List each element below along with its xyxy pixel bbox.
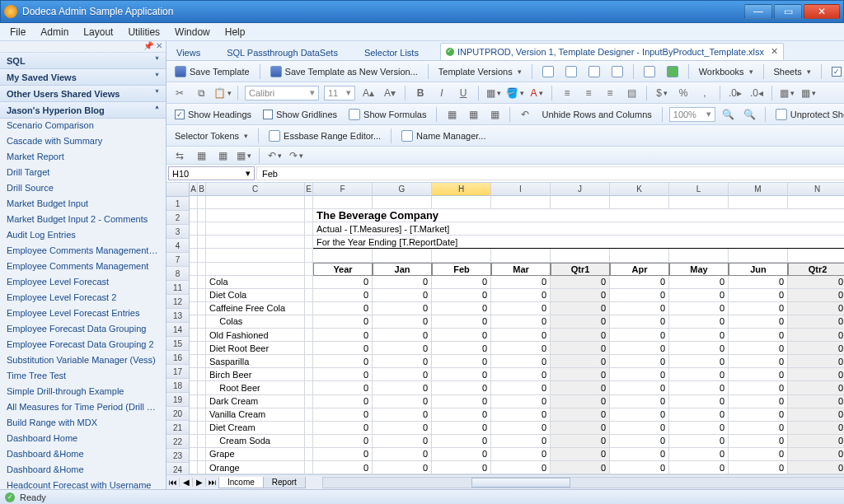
cell[interactable]: 0 — [729, 408, 788, 422]
inc-decimal-button[interactable]: .0▸ — [727, 86, 743, 100]
row-header[interactable]: 24 — [166, 463, 189, 474]
cell[interactable]: 0 — [551, 435, 610, 448]
cell[interactable]: 0 — [432, 381, 491, 394]
cell[interactable] — [729, 249, 788, 262]
sidebar-item[interactable]: Substitution Variable Manager (Vess) — [0, 353, 166, 369]
cell[interactable]: 0 — [729, 395, 788, 408]
cell[interactable] — [305, 342, 313, 355]
row-header[interactable]: 1 — [166, 197, 189, 211]
cell[interactable]: Actual - [T.Measures] - [T.Market] — [313, 222, 844, 236]
sidebar-item[interactable]: Market Budget Input 2 - Comments — [0, 212, 166, 228]
zoom-select[interactable]: 100%▾ — [669, 107, 715, 122]
cell[interactable] — [190, 289, 198, 302]
cell[interactable] — [190, 461, 198, 474]
cell[interactable]: For the Year Ending [T.ReportDate] — [313, 236, 844, 249]
sidebar-item[interactable]: Employee Level Forecast 2 — [0, 291, 166, 306]
cell[interactable]: 0 — [729, 289, 788, 302]
cell[interactable]: 0 — [669, 302, 729, 315]
cell[interactable] — [190, 381, 198, 394]
cell[interactable]: 0 — [669, 355, 729, 368]
cell[interactable]: 0 — [669, 422, 729, 435]
cell[interactable] — [190, 196, 198, 209]
col-header[interactable]: K — [610, 183, 669, 196]
cell[interactable]: Caffeine Free Cola — [206, 302, 305, 315]
cell[interactable]: 0 — [551, 381, 610, 394]
cell[interactable]: Root Beer — [206, 381, 305, 394]
cell[interactable]: 0 — [788, 408, 844, 422]
cell[interactable]: Grape — [206, 448, 305, 461]
percent-button[interactable]: % — [675, 86, 692, 100]
row-header[interactable]: 20 — [166, 407, 189, 421]
cell[interactable]: 0 — [669, 329, 729, 342]
cell[interactable] — [669, 249, 729, 262]
show-gridlines-toggle[interactable]: Show Gridlines — [260, 108, 340, 121]
sidebar-item[interactable]: Drill Source — [0, 181, 166, 197]
cell[interactable] — [788, 249, 844, 262]
cell[interactable]: 0 — [432, 329, 491, 342]
hscrollbar[interactable] — [322, 477, 844, 488]
zoom-out-button[interactable]: 🔍 — [742, 107, 758, 122]
cell[interactable]: 0 — [551, 289, 610, 302]
cell[interactable] — [206, 263, 305, 276]
dec-decimal-button[interactable]: .0◂ — [748, 86, 765, 100]
cell[interactable]: 0 — [610, 435, 669, 448]
cell[interactable]: 0 — [551, 368, 610, 381]
col-header[interactable]: I — [491, 183, 551, 196]
cell[interactable]: Birch Beer — [206, 368, 305, 381]
cell[interactable]: 0 — [729, 461, 788, 474]
cell[interactable]: 0 — [432, 368, 491, 381]
sidebar-category[interactable]: SQL˅ — [0, 53, 166, 69]
align-center-button[interactable]: ≡ — [580, 86, 597, 100]
cell[interactable]: 0 — [373, 422, 432, 435]
cell[interactable]: Diet Cola — [206, 289, 305, 302]
cell[interactable] — [198, 315, 206, 329]
grid-icon-1[interactable]: ▦ — [443, 107, 460, 122]
cell[interactable]: 0 — [788, 302, 844, 315]
cell[interactable]: 0 — [313, 315, 373, 329]
sidebar-item[interactable]: Time Tree Test — [0, 369, 166, 385]
cell[interactable]: 0 — [788, 448, 844, 461]
align-right-button[interactable]: ≡ — [602, 86, 618, 100]
cell[interactable]: 0 — [432, 408, 491, 422]
cell[interactable]: 0 — [373, 435, 432, 448]
cell[interactable]: Sasparilla — [206, 355, 305, 368]
sidebar-item[interactable]: All Measures for Time Period (Drill Tar.… — [0, 400, 166, 416]
maximize-button[interactable]: ▭ — [774, 4, 802, 19]
cell[interactable] — [305, 276, 313, 289]
cond-fmt-button[interactable]: ▦ — [800, 86, 817, 100]
col-header[interactable]: H — [432, 183, 491, 196]
cell[interactable]: 0 — [373, 302, 432, 315]
row-header[interactable]: 7 — [166, 253, 189, 267]
cell[interactable]: 0 — [729, 422, 788, 435]
cells-area[interactable]: ABCEFGHIJKLMNThe Beverage CompanyActual … — [190, 183, 844, 474]
cell[interactable]: 0 — [491, 435, 551, 448]
cell[interactable]: 0 — [610, 289, 669, 302]
mini-4[interactable]: ▦ — [236, 148, 252, 163]
sidebar-category[interactable]: Jason's Hyperion Blog˄ — [0, 102, 166, 119]
comma-button[interactable]: , — [696, 86, 713, 100]
cell[interactable]: 0 — [491, 461, 551, 474]
cell[interactable]: 0 — [610, 381, 669, 394]
sidebar-item[interactable]: Market Report — [0, 150, 166, 166]
cell[interactable] — [788, 196, 844, 209]
show-tabs-toggle[interactable]: ✓Show Tabs — [828, 65, 844, 78]
cell[interactable] — [305, 355, 313, 368]
cell[interactable]: 0 — [432, 435, 491, 448]
col-header[interactable]: F — [313, 183, 373, 196]
sidebar-item[interactable]: Drill Target — [0, 166, 166, 181]
cell[interactable]: 0 — [788, 422, 844, 435]
cell[interactable]: 0 — [729, 302, 788, 315]
font-color-button[interactable]: A — [528, 86, 545, 100]
cell[interactable]: Orange — [206, 461, 305, 474]
cell[interactable] — [491, 196, 551, 209]
cell[interactable] — [198, 209, 206, 222]
cell[interactable]: 0 — [788, 276, 844, 289]
font-shrink-button[interactable]: A▾ — [382, 86, 398, 100]
cell[interactable] — [190, 435, 198, 448]
cell[interactable]: 0 — [729, 368, 788, 381]
cell[interactable]: 0 — [669, 276, 729, 289]
cell[interactable] — [305, 395, 313, 408]
cell[interactable] — [190, 302, 198, 315]
cell[interactable] — [610, 196, 669, 209]
row-header[interactable]: 15 — [166, 337, 189, 351]
